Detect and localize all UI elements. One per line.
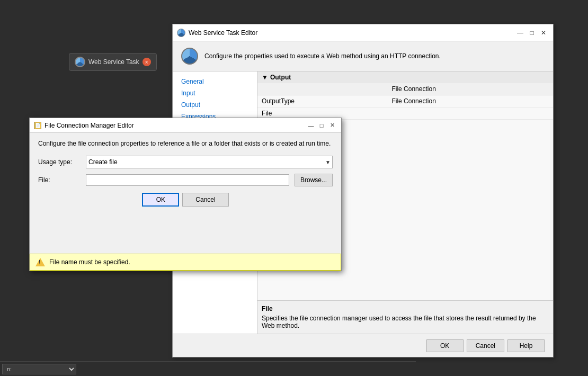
row-value-outputtype[interactable]: File Connection: [387, 95, 553, 108]
usage-type-select[interactable]: Create file Existing file Create folder …: [86, 156, 333, 168]
editor-help-btn[interactable]: Help: [507, 339, 545, 352]
file-label: File:: [38, 176, 81, 184]
usage-type-label: Usage type:: [38, 158, 81, 166]
description-title: File: [262, 305, 549, 312]
editor-header-icon: [181, 48, 198, 65]
col-header-value: File Connection: [387, 83, 553, 95]
col-header-name: [257, 83, 387, 95]
task-node-icon: [75, 57, 85, 67]
editor-minimize-btn[interactable]: —: [515, 28, 525, 38]
warning-text: File name must be specified.: [49, 258, 130, 266]
dialog-body: Configure the file connection properties…: [30, 133, 341, 254]
task-node: Web Service Task ×: [69, 53, 157, 71]
usage-type-field: Usage type: Create file Existing file Cr…: [38, 156, 333, 168]
nav-item-output[interactable]: Output: [173, 99, 257, 111]
row-name-outputtype: OutputType: [257, 95, 387, 108]
editor-titlebar: Web Service Task Editor — □ ✕: [173, 24, 553, 41]
editor-close-btn[interactable]: ✕: [538, 28, 549, 38]
bottom-dropdown[interactable]: n:: [2, 364, 76, 374]
dialog-titlebar-controls: — □ ✕: [306, 121, 337, 130]
row-value-file[interactable]: [387, 108, 553, 120]
editor-title: Web Service Task Editor: [189, 29, 512, 37]
browse-btn[interactable]: Browse...: [295, 174, 333, 186]
editor-footer: OK Cancel Help: [173, 334, 553, 357]
output-collapse-icon[interactable]: ▼: [262, 74, 268, 81]
dialog-ok-btn[interactable]: OK: [142, 193, 179, 207]
description-area: File Specifies the file connection manag…: [257, 300, 553, 334]
task-node-label: Web Service Task: [88, 58, 139, 66]
file-input[interactable]: [86, 174, 289, 186]
file-field: File: Browse...: [38, 174, 333, 186]
dialog-cancel-btn[interactable]: Cancel: [182, 193, 228, 207]
nav-item-input[interactable]: Input: [173, 87, 257, 99]
editor-cancel-btn[interactable]: Cancel: [467, 339, 504, 352]
warning-icon: [35, 257, 45, 267]
editor-titlebar-icon: [177, 29, 185, 37]
dialog-titlebar-icon: 📄: [34, 122, 41, 129]
editor-maximize-btn[interactable]: □: [527, 28, 537, 38]
dialog-close-btn[interactable]: ✕: [327, 121, 337, 130]
file-connection-dialog: 📄 File Connection Manager Editor — □ ✕ C…: [29, 118, 342, 271]
output-section-label: Output: [270, 74, 291, 81]
bottom-bar: n:: [0, 361, 416, 376]
task-node-close-btn[interactable]: ×: [142, 58, 151, 66]
editor-header: Configure the properties used to execute…: [173, 41, 553, 71]
dialog-minimize-btn[interactable]: —: [306, 121, 316, 130]
usage-type-wrapper: Create file Existing file Create folder …: [86, 156, 333, 168]
dialog-warning: File name must be specified.: [30, 254, 341, 271]
dialog-title: File Connection Manager Editor: [44, 122, 303, 129]
description-text: Specifies the file connection manager us…: [262, 315, 549, 329]
output-table: File Connection OutputType File Connecti…: [257, 83, 553, 120]
dialog-action-row: OK Cancel: [38, 193, 333, 207]
output-section-header: ▼ Output: [257, 71, 553, 83]
nav-item-general[interactable]: General: [173, 76, 257, 87]
warning-triangle-icon: [35, 258, 45, 266]
table-row: OutputType File Connection: [257, 95, 553, 108]
editor-ok-btn[interactable]: OK: [426, 339, 464, 352]
titlebar-controls: — □ ✕: [515, 28, 549, 38]
dialog-titlebar: 📄 File Connection Manager Editor — □ ✕: [30, 118, 341, 133]
dialog-description: Configure the file connection properties…: [38, 139, 333, 148]
dialog-maximize-btn[interactable]: □: [317, 121, 326, 130]
editor-header-text: Configure the properties used to execute…: [204, 52, 441, 60]
